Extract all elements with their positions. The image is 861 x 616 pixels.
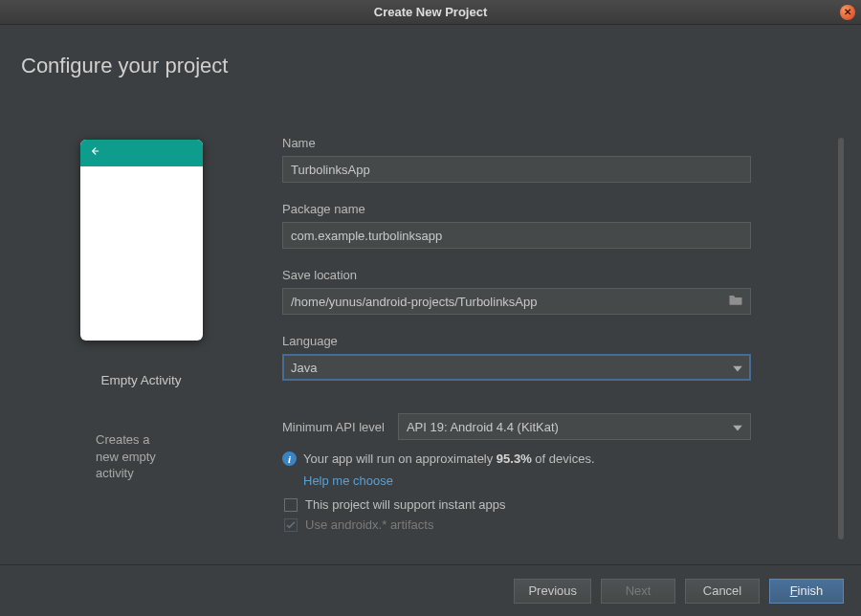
api-level-value: API 19: Android 4.4 (KitKat) <box>407 420 559 434</box>
api-level-label: Minimum API level <box>282 420 385 434</box>
compat-pre: Your app will run on approximately <box>303 451 497 466</box>
project-form: Name Package name Save location <box>282 136 751 532</box>
window-title: Create New Project <box>374 5 488 19</box>
template-preview-column: Empty Activity Creates a new empty activ… <box>0 111 282 564</box>
package-input[interactable] <box>291 229 742 243</box>
phone-preview <box>80 140 203 341</box>
browse-button[interactable] <box>727 295 744 308</box>
page-title: Configure your project <box>0 25 861 78</box>
androidx-checkbox <box>284 518 298 532</box>
language-value: Java <box>291 361 317 375</box>
previous-button[interactable]: Previous <box>514 579 591 604</box>
chevron-down-icon <box>733 420 742 434</box>
save-location-label: Save location <box>282 268 751 282</box>
scrollbar[interactable] <box>838 138 844 539</box>
name-input[interactable] <box>291 163 742 177</box>
back-arrow-icon <box>88 144 101 162</box>
compat-post: of devices. <box>532 451 595 466</box>
form-column: Name Package name Save location <box>282 111 861 564</box>
name-label: Name <box>282 136 751 150</box>
finish-mnemonic: F <box>790 583 798 598</box>
compat-percent: 95.3% <box>497 451 532 466</box>
compat-text: Your app will run on approximately 95.3%… <box>303 451 595 466</box>
instant-apps-row[interactable]: This project will support instant apps <box>282 497 751 512</box>
check-icon <box>286 521 296 529</box>
name-field-shell[interactable] <box>282 156 751 183</box>
package-label: Package name <box>282 202 751 216</box>
language-label: Language <box>282 334 751 348</box>
api-level-select[interactable]: API 19: Android 4.4 (KitKat) <box>398 413 751 440</box>
finish-button[interactable]: Finish <box>769 579 844 604</box>
androidx-label: Use androidx.* artifacts <box>305 517 433 532</box>
language-select[interactable]: Java <box>282 354 751 381</box>
content-area: Empty Activity Creates a new empty activ… <box>0 111 861 564</box>
next-button: Next <box>601 579 675 604</box>
package-field-shell[interactable] <box>282 222 751 249</box>
close-icon: ✕ <box>844 7 851 17</box>
folder-icon <box>728 294 743 309</box>
instant-apps-checkbox[interactable] <box>284 498 298 512</box>
help-me-choose-link[interactable]: Help me choose <box>282 473 393 488</box>
cancel-button[interactable]: Cancel <box>685 579 760 604</box>
androidx-row: Use androidx.* artifacts <box>282 517 751 532</box>
window-close-button[interactable]: ✕ <box>840 5 855 20</box>
template-name: Empty Activity <box>100 373 181 387</box>
footer-button-bar: Previous Next Cancel Finish <box>0 564 861 616</box>
compatibility-info: i Your app will run on approximately 95.… <box>282 451 751 466</box>
template-description: Creates a new empty activity <box>0 431 163 482</box>
save-location-field-shell[interactable] <box>282 288 751 315</box>
instant-apps-label: This project will support instant apps <box>305 497 506 512</box>
finish-rest: inish <box>798 583 824 598</box>
api-level-row: Minimum API level API 19: Android 4.4 (K… <box>282 413 751 440</box>
titlebar: Create New Project ✕ <box>0 0 861 25</box>
window-body: Configure your project Empty Activity Cr… <box>0 25 861 616</box>
save-location-input[interactable] <box>291 295 742 309</box>
preview-appbar <box>80 140 203 166</box>
chevron-down-icon <box>733 361 742 375</box>
info-icon: i <box>282 451 297 466</box>
